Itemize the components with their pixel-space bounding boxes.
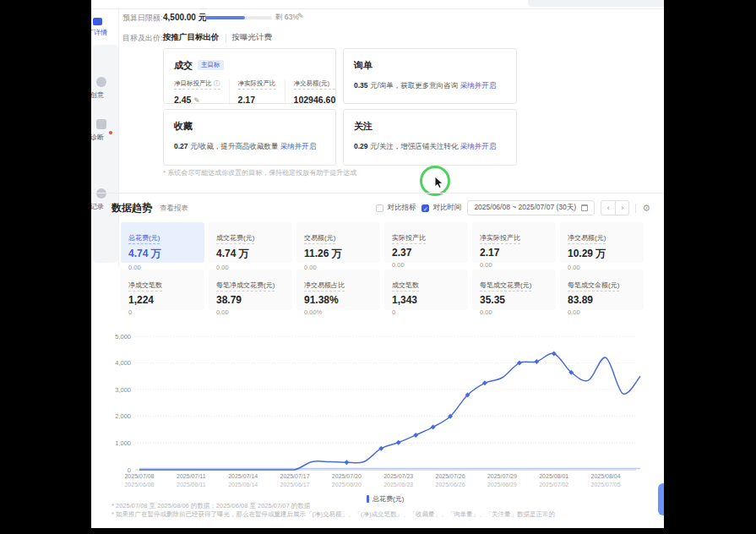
- goal-bar: 目标及出价:: [122, 32, 163, 44]
- gear-icon[interactable]: ⚙: [642, 203, 650, 214]
- tab-bid-by-impression[interactable]: 按曝光计费: [232, 32, 273, 43]
- svg-text:2025/07/02: 2025/07/02: [539, 482, 568, 488]
- svg-text:2025/07/17: 2025/07/17: [280, 473, 310, 479]
- legend-label: 总花费(元): [373, 494, 404, 504]
- svg-text:2025/06/08: 2025/06/08: [124, 482, 154, 488]
- goal-tabs: 按推广目标出价 按曝光计费: [163, 32, 272, 43]
- metric-label: 每笔成交花费(元): [480, 281, 531, 292]
- click-indicator-ring: [420, 166, 450, 196]
- deal-metric-value: 2.45 ✎: [174, 95, 220, 105]
- date-range-picker[interactable]: 2025/06/08 ~ 2025/07/07 (30天): [467, 200, 595, 215]
- metric-card[interactable]: 总花费(元)4.74 万0.00: [121, 222, 204, 263]
- metric-card[interactable]: 净实际投产比2.170.00: [472, 222, 556, 263]
- svg-text:2025/06/26: 2025/06/26: [436, 482, 465, 488]
- metric-card[interactable]: 每笔净成交花费(元)38.790.00: [209, 270, 292, 310]
- deal-metric-label: 净交易额(元): [294, 79, 336, 90]
- metric-label: 每笔成交金额(元): [568, 281, 619, 292]
- svg-text:3,000: 3,000: [115, 386, 131, 394]
- deal-metric: 净目标投产比 ⓘ2.45 ✎: [174, 79, 229, 105]
- metric-card[interactable]: 交易额(元)11.26 万0.00: [296, 222, 380, 263]
- deal-metric-label: 净目标投产比 ⓘ: [174, 79, 220, 90]
- budget-value: 4,500.00 元: [163, 12, 207, 24]
- metric-card[interactable]: 净成交笔数1,2240: [121, 270, 204, 310]
- section-divider: [91, 193, 664, 193]
- budget-remaining: 剩 63%: [275, 13, 299, 23]
- goal-card-title: 收藏: [174, 121, 193, 131]
- goal-card-inquiry: 询单0.35 元/询单，获取更多意向咨询 采纳并开启: [343, 48, 517, 104]
- sidebar: 广详情 创意诊断记录: [91, 9, 119, 267]
- svg-text:2025/07/29: 2025/07/29: [487, 473, 517, 479]
- square-icon: [96, 119, 106, 129]
- top-strip: [91, 0, 664, 9]
- sidebar-item-1[interactable]: 创意: [95, 77, 118, 100]
- goal-card-title: 成交: [174, 60, 193, 70]
- svg-text:2025/06/29: 2025/06/29: [487, 482, 517, 488]
- metric-compare-value: 0.00: [392, 261, 460, 269]
- date-range-text: 2025/06/08 ~ 2025/07/07 (30天): [474, 203, 576, 213]
- svg-text:2025/08/01: 2025/08/01: [539, 473, 568, 479]
- metric-card[interactable]: 成交笔数1,3430: [384, 270, 468, 310]
- chart-legend[interactable]: 总花费(元): [367, 494, 404, 504]
- cursor-icon: [433, 176, 447, 191]
- svg-text:2025/07/23: 2025/07/23: [383, 473, 413, 479]
- compare-time-checkbox[interactable]: ✓ 对比时间: [422, 203, 461, 213]
- metric-value: 83.89: [568, 294, 636, 306]
- circle-icon: [96, 77, 106, 87]
- adopt-and-enable-link[interactable]: 采纳并开启: [460, 142, 497, 150]
- sidebar-item-2[interactable]: 诊断: [95, 119, 118, 142]
- legend-swatch: [367, 495, 369, 503]
- svg-text:2025/07/05: 2025/07/05: [591, 482, 621, 488]
- metric-card[interactable]: 实际投产比2.370.00: [384, 222, 468, 263]
- metric-label: 总花费(元): [128, 233, 160, 244]
- sidebar-item-label: 诊断: [91, 133, 118, 142]
- deal-metric: 净实际投产比2.17: [229, 79, 285, 105]
- metric-label: 净成交笔数: [128, 281, 162, 292]
- metric-value: 1,343: [392, 294, 460, 306]
- adopt-and-enable-link[interactable]: 采纳并开启: [460, 81, 497, 90]
- svg-text:2025/06/23: 2025/06/23: [383, 482, 413, 488]
- next-period-button[interactable]: ›: [615, 201, 628, 215]
- budget-row: 预算日限额:: [122, 12, 163, 24]
- sidebar-item-detail[interactable]: 广详情: [93, 18, 107, 37]
- metric-label: 每笔净成交花费(元): [216, 281, 275, 292]
- deal-metric: 净交易额(元)102946.60: [285, 79, 345, 105]
- metric-card-grid: 总花费(元)4.74 万0.00成交花费(元)4.74 万0.00交易额(元)1…: [121, 222, 644, 310]
- svg-text:2025/06/20: 2025/06/20: [332, 482, 362, 488]
- sidebar-item-label: 广详情: [91, 28, 107, 37]
- metric-value: 2.37: [392, 247, 460, 259]
- metric-value: 2.17: [480, 247, 548, 259]
- metric-label: 实际投产比: [392, 233, 426, 244]
- floating-side-button[interactable]: [658, 483, 664, 515]
- edit-roi-icon[interactable]: ✎: [193, 96, 200, 105]
- deal-metric-value: 2.17: [238, 95, 276, 105]
- svg-text:1,000: 1,000: [115, 439, 131, 447]
- compare-metric-checkbox[interactable]: 对比指标: [376, 203, 416, 213]
- tab-bid-by-goal[interactable]: 按推广目标出价: [163, 32, 220, 43]
- metric-compare-value: 0.00: [480, 308, 548, 316]
- trend-title: 数据趋势: [111, 201, 152, 215]
- compare-metric-label: 对比指标: [387, 203, 416, 213]
- budget-label: 预算日限额:: [122, 13, 163, 24]
- tab-separator: [226, 34, 226, 42]
- metric-value: 11.26 万: [304, 247, 373, 261]
- adopt-and-enable-link[interactable]: 采纳并开启: [280, 142, 317, 150]
- svg-text:2,000: 2,000: [115, 412, 131, 420]
- view-report-link[interactable]: 查看报表: [160, 204, 188, 214]
- svg-text:2025/07/20: 2025/07/20: [332, 473, 362, 479]
- metric-card[interactable]: 成交花费(元)4.74 万0.00: [209, 222, 292, 263]
- clock-icon: [96, 188, 106, 199]
- detail-icon: [93, 18, 102, 25]
- deal-metric-value: 102946.60: [294, 95, 336, 105]
- metric-card[interactable]: 每笔成交花费(元)35.350.00: [472, 270, 556, 310]
- screen: 广详情 创意诊断记录 预算日限额: 4,500.00 元 剩 63% ✎ 目标及…: [0, 0, 756, 534]
- metric-card[interactable]: 每笔成交金额(元)83.890.00: [560, 270, 644, 310]
- prev-period-button[interactable]: ‹: [601, 201, 615, 215]
- metric-card[interactable]: 净交易额(元)10.29 万0.00: [560, 222, 644, 263]
- chart-footnote-2: * 如果推广在暂停或删除前已经获得了曝光，那么在暂停或重建后展示「(净)交易额」…: [111, 510, 555, 519]
- trend-chart: 01,0002,0003,0004,0005,0002025/07/082025…: [112, 330, 661, 492]
- metric-compare-value: 0.00: [480, 261, 548, 269]
- budget-edit-icon[interactable]: ✎: [297, 12, 304, 20]
- chart-footnote-1: * 2025/07/08 至 2025/08/06 的数据；2025/06/08…: [111, 502, 310, 510]
- svg-text:2025/06/17: 2025/06/17: [280, 482, 310, 488]
- metric-card[interactable]: 净交易额占比91.38%0.00%: [296, 270, 380, 310]
